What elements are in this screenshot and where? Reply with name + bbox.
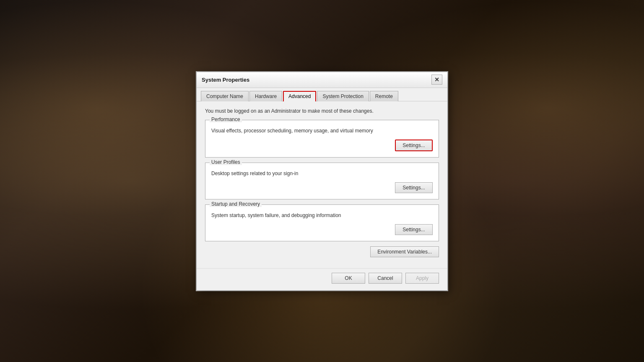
- user-profiles-label: User Profiles: [210, 159, 242, 165]
- dialog-title: System Properties: [202, 77, 249, 83]
- apply-button[interactable]: Apply: [405, 273, 439, 284]
- env-variables-row: Environment Variables...: [205, 246, 439, 257]
- performance-group: Performance Visual effects, processor sc…: [205, 120, 439, 158]
- performance-settings-button[interactable]: Settings...: [395, 140, 433, 151]
- user-profiles-group: User Profiles Desktop settings related t…: [205, 163, 439, 199]
- tab-remote[interactable]: Remote: [370, 91, 398, 101]
- startup-recovery-settings-button[interactable]: Settings...: [395, 224, 433, 235]
- tab-system-protection[interactable]: System Protection: [317, 91, 369, 101]
- user-profiles-btn-row: Settings...: [211, 182, 433, 193]
- dialog-footer: OK Cancel Apply: [197, 268, 447, 290]
- startup-recovery-btn-row: Settings...: [211, 224, 433, 235]
- environment-variables-button[interactable]: Environment Variables...: [370, 246, 439, 257]
- startup-recovery-desc: System startup, system failure, and debu…: [211, 212, 433, 218]
- tab-advanced[interactable]: Advanced: [283, 91, 316, 101]
- startup-recovery-label: Startup and Recovery: [210, 201, 262, 207]
- dialog-content: You must be logged on as an Administrato…: [197, 101, 447, 268]
- close-button[interactable]: ✕: [431, 75, 442, 85]
- user-profiles-desc: Desktop settings related to your sign-in: [211, 171, 433, 176]
- tab-bar: Computer Name Hardware Advanced System P…: [197, 88, 447, 101]
- user-profiles-settings-button[interactable]: Settings...: [395, 182, 433, 193]
- tab-computer-name[interactable]: Computer Name: [201, 91, 249, 101]
- performance-btn-row: Settings...: [211, 140, 433, 151]
- ok-button[interactable]: OK: [332, 273, 365, 284]
- system-properties-dialog: System Properties ✕ Computer Name Hardwa…: [196, 72, 448, 291]
- dialog-overlay: System Properties ✕ Computer Name Hardwa…: [0, 0, 644, 362]
- performance-label: Performance: [210, 116, 242, 122]
- performance-desc: Visual effects, processor scheduling, me…: [211, 128, 433, 134]
- admin-notice: You must be logged on as an Administrato…: [205, 108, 439, 114]
- startup-recovery-group: Startup and Recovery System startup, sys…: [205, 204, 439, 241]
- cancel-button[interactable]: Cancel: [369, 273, 402, 284]
- tab-hardware[interactable]: Hardware: [249, 91, 282, 101]
- title-bar: System Properties ✕: [197, 72, 447, 88]
